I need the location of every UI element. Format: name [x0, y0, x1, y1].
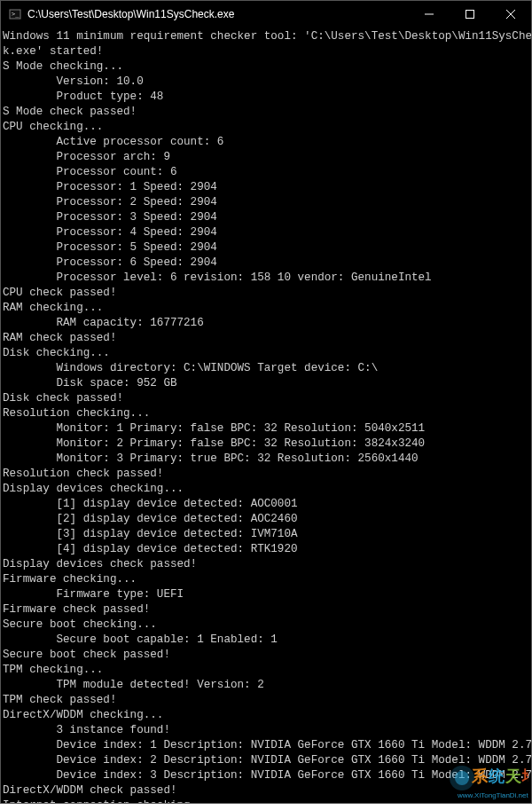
terminal-line: Secure boot checking... [3, 617, 529, 633]
terminal-line: Processor: 5 Speed: 2904 [3, 240, 529, 256]
terminal-line: Active processor count: 6 [3, 135, 529, 150]
terminal-line: 3 instance found! [3, 723, 529, 738]
terminal-line: Resolution check passed! [3, 467, 529, 482]
terminal-line: Processor arch: 9 [3, 150, 529, 165]
window-controls [409, 1, 531, 28]
terminal-line: Disk check passed! [3, 391, 529, 406]
svg-text:>_: >_ [12, 11, 20, 18]
terminal-line: k.exe' started! [3, 44, 529, 59]
terminal-line: Resolution checking... [3, 406, 529, 421]
terminal-line: Secure boot check passed! [3, 648, 529, 663]
terminal-line: Firmware checking... [3, 572, 529, 587]
terminal-line: RAM checking... [3, 301, 529, 316]
terminal-line: [1] display device detected: AOC0001 [3, 497, 529, 512]
terminal-line: Device index: 3 Description: NVIDIA GeFo… [3, 768, 529, 783]
minimize-button[interactable] [409, 1, 450, 28]
terminal-line: RAM check passed! [3, 331, 529, 346]
terminal-line: Processor: 6 Speed: 2904 [3, 256, 529, 271]
terminal-line: Monitor: 1 Primary: false BPC: 32 Resolu… [3, 421, 529, 436]
titlebar[interactable]: >_ C:\Users\Test\Desktop\Win11SysCheck.e… [1, 1, 531, 28]
terminal-line: [4] display device detected: RTK1920 [3, 542, 529, 557]
terminal-line: Firmware type: UEFI [3, 587, 529, 602]
terminal-line: Device index: 1 Description: NVIDIA GeFo… [3, 738, 529, 753]
terminal-line: Processor: 3 Speed: 2904 [3, 210, 529, 225]
maximize-button[interactable] [450, 1, 490, 28]
terminal-line: Display devices checking... [3, 482, 529, 497]
app-icon: >_ [8, 7, 22, 21]
terminal-line: Monitor: 2 Primary: false BPC: 32 Resolu… [3, 436, 529, 452]
terminal-line: Windows 11 minimum requirement checker t… [3, 29, 529, 44]
terminal-line: DirectX/WDDM check passed! [3, 783, 529, 798]
terminal-line: TPM check passed! [3, 693, 529, 708]
terminal-line: Disk checking... [3, 346, 529, 361]
terminal-line: Product type: 48 [3, 90, 529, 105]
window-title: C:\Users\Test\Desktop\Win11SysCheck.exe [27, 8, 409, 20]
terminal-line: TPM checking... [3, 663, 529, 678]
terminal-line: CPU check passed! [3, 286, 529, 301]
terminal-line: [2] display device detected: AOC2460 [3, 512, 529, 527]
terminal-line: Internet connection checking... [3, 798, 529, 803]
terminal-line: Firmware check passed! [3, 602, 529, 617]
terminal-line: Device index: 2 Description: NVIDIA GeFo… [3, 753, 529, 768]
console-window: >_ C:\Users\Test\Desktop\Win11SysCheck.e… [0, 0, 532, 804]
terminal-line: Disk space: 952 GB [3, 376, 529, 391]
terminal-line: TPM module detected! Version: 2 [3, 678, 529, 693]
close-button[interactable] [490, 1, 531, 28]
terminal-line: Processor level: 6 revision: 158 10 vend… [3, 271, 529, 286]
terminal-line: Display devices check passed! [3, 557, 529, 572]
terminal-line: Monitor: 3 Primary: true BPC: 32 Resolut… [3, 452, 529, 467]
terminal-line: Windows directory: C:\WINDOWS Target dev… [3, 361, 529, 376]
terminal-line: DirectX/WDDM checking... [3, 708, 529, 723]
terminal-line: S Mode checking... [3, 59, 529, 75]
terminal-line: S Mode check passed! [3, 105, 529, 120]
terminal-line: Secure boot capable: 1 Enabled: 1 [3, 633, 529, 648]
svg-rect-3 [466, 11, 474, 19]
terminal-line: Processor: 1 Speed: 2904 [3, 180, 529, 195]
terminal-line: Version: 10.0 [3, 75, 529, 90]
terminal-line: [3] display device detected: IVM710A [3, 527, 529, 542]
terminal-line: Processor: 2 Speed: 2904 [3, 195, 529, 210]
terminal-output[interactable]: Windows 11 minimum requirement checker t… [1, 28, 531, 803]
terminal-line: Processor: 4 Speed: 2904 [3, 225, 529, 240]
terminal-line: CPU checking... [3, 120, 529, 135]
terminal-line: RAM capacity: 16777216 [3, 316, 529, 331]
terminal-line: Processor count: 6 [3, 165, 529, 180]
